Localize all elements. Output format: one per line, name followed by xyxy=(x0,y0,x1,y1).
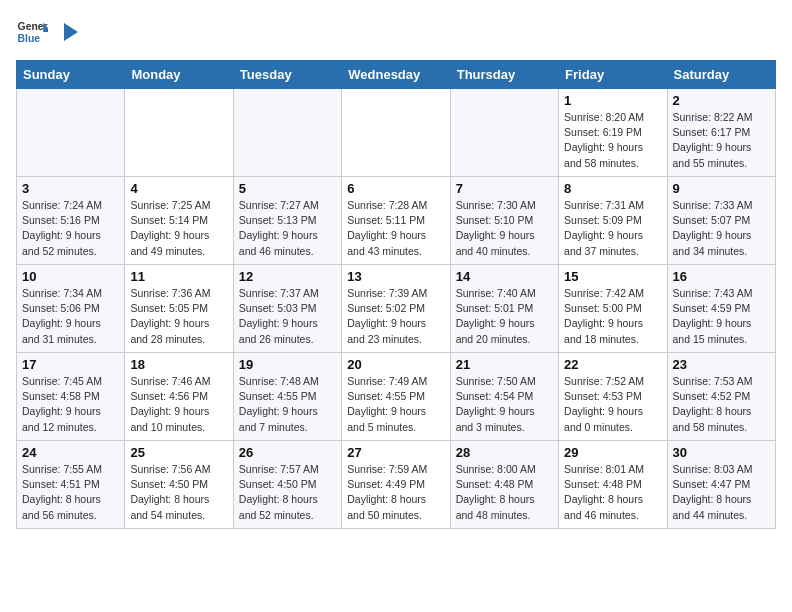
day-info: Sunrise: 8:20 AM Sunset: 6:19 PM Dayligh… xyxy=(564,110,661,171)
logo-triangle-icon xyxy=(56,21,78,43)
day-number: 24 xyxy=(22,445,119,460)
day-info: Sunrise: 8:01 AM Sunset: 4:48 PM Dayligh… xyxy=(564,462,661,523)
day-number: 4 xyxy=(130,181,227,196)
calendar-week-row: 17Sunrise: 7:45 AM Sunset: 4:58 PM Dayli… xyxy=(17,353,776,441)
day-info: Sunrise: 7:31 AM Sunset: 5:09 PM Dayligh… xyxy=(564,198,661,259)
day-info: Sunrise: 7:42 AM Sunset: 5:00 PM Dayligh… xyxy=(564,286,661,347)
day-number: 27 xyxy=(347,445,444,460)
day-info: Sunrise: 7:30 AM Sunset: 5:10 PM Dayligh… xyxy=(456,198,553,259)
day-info: Sunrise: 7:33 AM Sunset: 5:07 PM Dayligh… xyxy=(673,198,770,259)
calendar-week-row: 10Sunrise: 7:34 AM Sunset: 5:06 PM Dayli… xyxy=(17,265,776,353)
calendar-cell: 12Sunrise: 7:37 AM Sunset: 5:03 PM Dayli… xyxy=(233,265,341,353)
day-info: Sunrise: 7:28 AM Sunset: 5:11 PM Dayligh… xyxy=(347,198,444,259)
day-info: Sunrise: 7:46 AM Sunset: 4:56 PM Dayligh… xyxy=(130,374,227,435)
calendar-cell: 25Sunrise: 7:56 AM Sunset: 4:50 PM Dayli… xyxy=(125,441,233,529)
day-info: Sunrise: 7:50 AM Sunset: 4:54 PM Dayligh… xyxy=(456,374,553,435)
day-number: 11 xyxy=(130,269,227,284)
logo-icon: General Blue xyxy=(16,16,48,48)
day-number: 7 xyxy=(456,181,553,196)
svg-marker-3 xyxy=(64,23,78,41)
calendar-cell: 26Sunrise: 7:57 AM Sunset: 4:50 PM Dayli… xyxy=(233,441,341,529)
day-number: 12 xyxy=(239,269,336,284)
column-header-friday: Friday xyxy=(559,61,667,89)
calendar-cell xyxy=(450,89,558,177)
day-info: Sunrise: 7:52 AM Sunset: 4:53 PM Dayligh… xyxy=(564,374,661,435)
day-number: 6 xyxy=(347,181,444,196)
day-info: Sunrise: 7:49 AM Sunset: 4:55 PM Dayligh… xyxy=(347,374,444,435)
day-number: 30 xyxy=(673,445,770,460)
calendar-cell: 14Sunrise: 7:40 AM Sunset: 5:01 PM Dayli… xyxy=(450,265,558,353)
day-number: 5 xyxy=(239,181,336,196)
day-number: 10 xyxy=(22,269,119,284)
day-info: Sunrise: 7:25 AM Sunset: 5:14 PM Dayligh… xyxy=(130,198,227,259)
day-number: 15 xyxy=(564,269,661,284)
day-info: Sunrise: 7:48 AM Sunset: 4:55 PM Dayligh… xyxy=(239,374,336,435)
svg-text:Blue: Blue xyxy=(18,33,41,44)
day-number: 18 xyxy=(130,357,227,372)
calendar-cell: 22Sunrise: 7:52 AM Sunset: 4:53 PM Dayli… xyxy=(559,353,667,441)
day-number: 21 xyxy=(456,357,553,372)
calendar-cell: 19Sunrise: 7:48 AM Sunset: 4:55 PM Dayli… xyxy=(233,353,341,441)
calendar-cell: 11Sunrise: 7:36 AM Sunset: 5:05 PM Dayli… xyxy=(125,265,233,353)
logo: General Blue xyxy=(16,16,78,48)
day-info: Sunrise: 8:00 AM Sunset: 4:48 PM Dayligh… xyxy=(456,462,553,523)
calendar-cell: 5Sunrise: 7:27 AM Sunset: 5:13 PM Daylig… xyxy=(233,177,341,265)
calendar-cell: 17Sunrise: 7:45 AM Sunset: 4:58 PM Dayli… xyxy=(17,353,125,441)
calendar-cell: 16Sunrise: 7:43 AM Sunset: 4:59 PM Dayli… xyxy=(667,265,775,353)
page-header: General Blue xyxy=(16,16,776,48)
calendar-cell: 2Sunrise: 8:22 AM Sunset: 6:17 PM Daylig… xyxy=(667,89,775,177)
calendar-cell: 4Sunrise: 7:25 AM Sunset: 5:14 PM Daylig… xyxy=(125,177,233,265)
calendar-cell: 8Sunrise: 7:31 AM Sunset: 5:09 PM Daylig… xyxy=(559,177,667,265)
calendar-week-row: 24Sunrise: 7:55 AM Sunset: 4:51 PM Dayli… xyxy=(17,441,776,529)
calendar-cell xyxy=(233,89,341,177)
calendar-cell: 20Sunrise: 7:49 AM Sunset: 4:55 PM Dayli… xyxy=(342,353,450,441)
calendar-cell: 6Sunrise: 7:28 AM Sunset: 5:11 PM Daylig… xyxy=(342,177,450,265)
calendar-cell: 29Sunrise: 8:01 AM Sunset: 4:48 PM Dayli… xyxy=(559,441,667,529)
day-number: 23 xyxy=(673,357,770,372)
calendar-cell xyxy=(17,89,125,177)
day-info: Sunrise: 7:34 AM Sunset: 5:06 PM Dayligh… xyxy=(22,286,119,347)
column-header-wednesday: Wednesday xyxy=(342,61,450,89)
day-info: Sunrise: 7:55 AM Sunset: 4:51 PM Dayligh… xyxy=(22,462,119,523)
calendar-cell: 28Sunrise: 8:00 AM Sunset: 4:48 PM Dayli… xyxy=(450,441,558,529)
day-info: Sunrise: 7:27 AM Sunset: 5:13 PM Dayligh… xyxy=(239,198,336,259)
day-info: Sunrise: 7:24 AM Sunset: 5:16 PM Dayligh… xyxy=(22,198,119,259)
day-number: 19 xyxy=(239,357,336,372)
calendar-cell: 7Sunrise: 7:30 AM Sunset: 5:10 PM Daylig… xyxy=(450,177,558,265)
calendar-cell: 1Sunrise: 8:20 AM Sunset: 6:19 PM Daylig… xyxy=(559,89,667,177)
day-info: Sunrise: 8:03 AM Sunset: 4:47 PM Dayligh… xyxy=(673,462,770,523)
day-number: 28 xyxy=(456,445,553,460)
day-number: 20 xyxy=(347,357,444,372)
day-number: 16 xyxy=(673,269,770,284)
day-number: 3 xyxy=(22,181,119,196)
calendar-header-row: SundayMondayTuesdayWednesdayThursdayFrid… xyxy=(17,61,776,89)
column-header-monday: Monday xyxy=(125,61,233,89)
calendar-week-row: 1Sunrise: 8:20 AM Sunset: 6:19 PM Daylig… xyxy=(17,89,776,177)
day-number: 8 xyxy=(564,181,661,196)
day-info: Sunrise: 7:56 AM Sunset: 4:50 PM Dayligh… xyxy=(130,462,227,523)
day-info: Sunrise: 7:53 AM Sunset: 4:52 PM Dayligh… xyxy=(673,374,770,435)
calendar-cell xyxy=(342,89,450,177)
day-info: Sunrise: 7:59 AM Sunset: 4:49 PM Dayligh… xyxy=(347,462,444,523)
day-info: Sunrise: 7:45 AM Sunset: 4:58 PM Dayligh… xyxy=(22,374,119,435)
calendar-cell: 13Sunrise: 7:39 AM Sunset: 5:02 PM Dayli… xyxy=(342,265,450,353)
calendar-cell: 27Sunrise: 7:59 AM Sunset: 4:49 PM Dayli… xyxy=(342,441,450,529)
day-info: Sunrise: 7:40 AM Sunset: 5:01 PM Dayligh… xyxy=(456,286,553,347)
day-number: 25 xyxy=(130,445,227,460)
day-number: 29 xyxy=(564,445,661,460)
column-header-tuesday: Tuesday xyxy=(233,61,341,89)
day-info: Sunrise: 7:43 AM Sunset: 4:59 PM Dayligh… xyxy=(673,286,770,347)
calendar-cell: 24Sunrise: 7:55 AM Sunset: 4:51 PM Dayli… xyxy=(17,441,125,529)
day-number: 17 xyxy=(22,357,119,372)
day-number: 26 xyxy=(239,445,336,460)
day-number: 2 xyxy=(673,93,770,108)
calendar-cell xyxy=(125,89,233,177)
day-number: 1 xyxy=(564,93,661,108)
calendar-cell: 18Sunrise: 7:46 AM Sunset: 4:56 PM Dayli… xyxy=(125,353,233,441)
day-number: 13 xyxy=(347,269,444,284)
calendar-week-row: 3Sunrise: 7:24 AM Sunset: 5:16 PM Daylig… xyxy=(17,177,776,265)
day-info: Sunrise: 8:22 AM Sunset: 6:17 PM Dayligh… xyxy=(673,110,770,171)
day-number: 9 xyxy=(673,181,770,196)
column-header-thursday: Thursday xyxy=(450,61,558,89)
calendar-cell: 3Sunrise: 7:24 AM Sunset: 5:16 PM Daylig… xyxy=(17,177,125,265)
